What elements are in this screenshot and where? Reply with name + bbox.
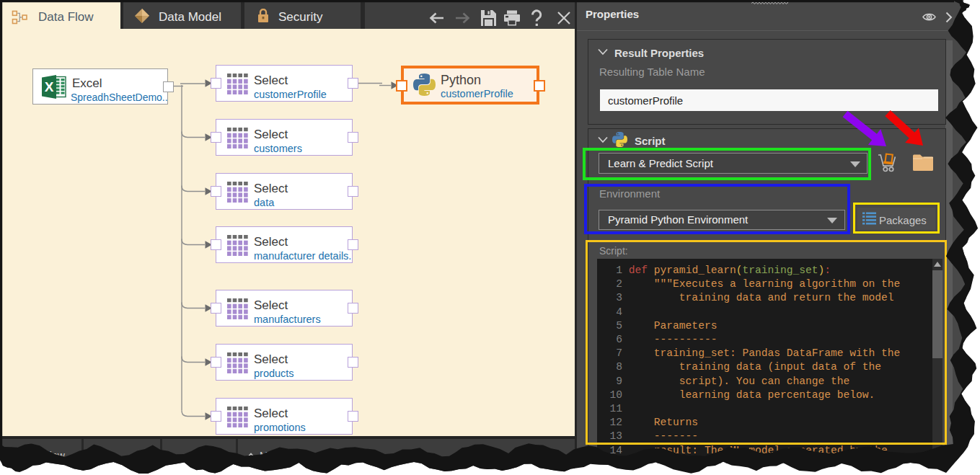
svg-text:X: X (45, 79, 54, 94)
